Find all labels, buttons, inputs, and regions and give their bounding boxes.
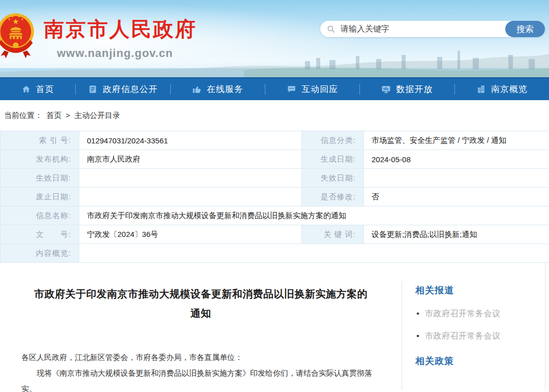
- field-label-info-name: 信息名称:: [1, 206, 79, 225]
- table-row: 废止日期: 是否修改: 否: [1, 188, 549, 206]
- field-value-doc-number: 宁政发〔2024〕36号: [79, 225, 302, 244]
- building-icon: [476, 84, 486, 94]
- breadcrumb-home-link[interactable]: 首页: [46, 111, 62, 119]
- related-report-link: 市政府召开常务会议: [425, 309, 501, 319]
- nav-item-gov-info[interactable]: 政府信息公开: [76, 78, 170, 100]
- breadcrumb-separator: >: [66, 111, 70, 119]
- related-report-link: 市政府召开常务会议: [425, 331, 501, 342]
- table-row: 信息名称: 市政府关于印发南京市推动大规模设备更新和消费品以旧换新实施方案的通知: [1, 206, 549, 225]
- field-value-index-no: 012947031/2024-33561: [79, 131, 302, 150]
- field-value-category: 市场监管、安全生产监管 / 宁政发 / 通知: [364, 131, 549, 150]
- table-row: 内容概览:: [1, 244, 549, 263]
- field-label-abolition-date: 废止日期:: [1, 188, 79, 206]
- field-value-modified: 否: [364, 188, 549, 206]
- table-row: 文 号: 宁政发〔2024〕36号 关 键 词: 设备更新;消费品;以旧换新;通…: [1, 225, 549, 244]
- field-value-keywords: 设备更新;消费品;以旧换新;通知: [364, 225, 549, 244]
- field-label-publisher: 发布机构:: [1, 150, 79, 169]
- header-banner: 南京市人民政府 www.nanjing.gov.cn 搜索: [0, 0, 549, 77]
- nav-item-interaction[interactable]: 互动回应: [265, 78, 359, 100]
- nav-label: 南京概览: [491, 83, 528, 95]
- monitor-icon: [381, 84, 391, 94]
- article-paragraph: 现将《南京市推动大规模设备更新和消费品以旧换新实施方案》印发给你们，请结合实际认…: [21, 365, 380, 392]
- nav-label: 数据开放: [396, 83, 433, 95]
- field-label-issue-date: 生成日期:: [302, 150, 364, 169]
- field-label-doc-number: 文 号:: [1, 225, 79, 244]
- related-sidebar: 相关报道 • 市政府召开常务会议 • 市政府召开常务会议 相关政策: [402, 281, 545, 390]
- field-value-publisher: 南京市人民政府: [79, 150, 302, 169]
- field-label-index-no: 索 引 号:: [1, 131, 79, 150]
- sidebar-section-title-related-policies: 相关政策: [415, 355, 540, 367]
- article-body: 各区人民政府，江北新区管委会，市府各委办局，市各直属单位： 现将《南京市推动大规…: [21, 349, 380, 392]
- table-row: 生效日期: 失效日期:: [1, 169, 549, 188]
- nav-item-online-services[interactable]: 在线服务: [171, 78, 265, 100]
- field-value-effective-date: [79, 169, 302, 188]
- field-label-expiry-date: 失效日期:: [302, 169, 364, 188]
- document-metadata-table: 索 引 号: 012947031/2024-33561 信息分类: 市场监管、安…: [0, 131, 549, 263]
- related-reports-list: • 市政府召开常务会议 • 市政府召开常务会议: [416, 309, 540, 342]
- search-bar: 搜索: [320, 21, 545, 37]
- article-main: 市政府关于印发南京市推动大规模设备更新和消费品以旧换新实施方案的通知 各区人民政…: [0, 263, 402, 390]
- page: 南京市人民政府 www.nanjing.gov.cn 搜索 首页 政府信息公开 …: [0, 0, 549, 392]
- nav-label: 互动回应: [301, 83, 338, 95]
- home-icon: [21, 84, 31, 94]
- article-section: 市政府关于印发南京市推动大规模设备更新和消费品以旧换新实施方案的通知 各区人民政…: [0, 263, 545, 390]
- field-label-overview: 内容概览:: [1, 244, 79, 263]
- thumb-up-icon: [192, 84, 202, 94]
- breadcrumb-label: 当前位置：: [4, 111, 42, 119]
- field-value-issue-date: 2024-05-08: [364, 150, 549, 169]
- field-label-category: 信息分类:: [302, 131, 364, 150]
- document-icon: [88, 84, 98, 94]
- nav-item-open-data[interactable]: 数据开放: [360, 78, 454, 100]
- main-nav: 首页 政府信息公开 在线服务 互动回应 数据开放 南京概览: [0, 77, 549, 100]
- field-label-modified: 是否修改:: [302, 188, 364, 206]
- field-label-keywords: 关 键 词:: [302, 225, 364, 244]
- field-value-overview: [79, 244, 549, 263]
- list-item[interactable]: • 市政府召开常务会议: [416, 309, 540, 319]
- breadcrumb-current-link[interactable]: 主动公开目录: [74, 111, 120, 119]
- table-row: 索 引 号: 012947031/2024-33561 信息分类: 市场监管、安…: [1, 131, 549, 150]
- list-item[interactable]: • 市政府召开常务会议: [416, 331, 540, 342]
- field-value-abolition-date: [79, 188, 302, 206]
- site-url: www.nanjing.gov.cn: [57, 47, 197, 60]
- breadcrumb: 当前位置： 首页 > 主动公开目录: [0, 100, 549, 131]
- sidebar-section-title-related-reports: 相关报道: [415, 284, 540, 296]
- bullet-icon: •: [416, 309, 419, 318]
- nav-label: 政府信息公开: [103, 83, 158, 95]
- nav-item-home[interactable]: 首页: [0, 78, 75, 100]
- bullet-icon: •: [416, 331, 419, 340]
- nav-label: 在线服务: [207, 83, 243, 95]
- field-value-info-name: 市政府关于印发南京市推动大规模设备更新和消费品以旧换新实施方案的通知: [79, 206, 549, 225]
- article-paragraph: 各区人民政府，江北新区管委会，市府各委办局，市各直属单位：: [21, 349, 380, 365]
- brand-block: 南京市人民政府 www.nanjing.gov.cn: [44, 15, 197, 60]
- table-row: 发布机构: 南京市人民政府 生成日期: 2024-05-08: [1, 150, 549, 169]
- chat-icon: [287, 84, 296, 94]
- nav-item-nanjing-overview[interactable]: 南京概览: [455, 78, 549, 100]
- nav-label: 首页: [36, 83, 54, 95]
- article-title: 市政府关于印发南京市推动大规模设备更新和消费品以旧换新实施方案的通知: [34, 284, 368, 323]
- national-emblem-logo: [0, 11, 38, 59]
- search-button[interactable]: 搜索: [505, 21, 545, 37]
- site-title: 南京市人民政府: [44, 15, 197, 43]
- field-value-expiry-date: [364, 169, 549, 188]
- field-label-effective-date: 生效日期:: [1, 169, 79, 188]
- search-icon: [326, 24, 336, 34]
